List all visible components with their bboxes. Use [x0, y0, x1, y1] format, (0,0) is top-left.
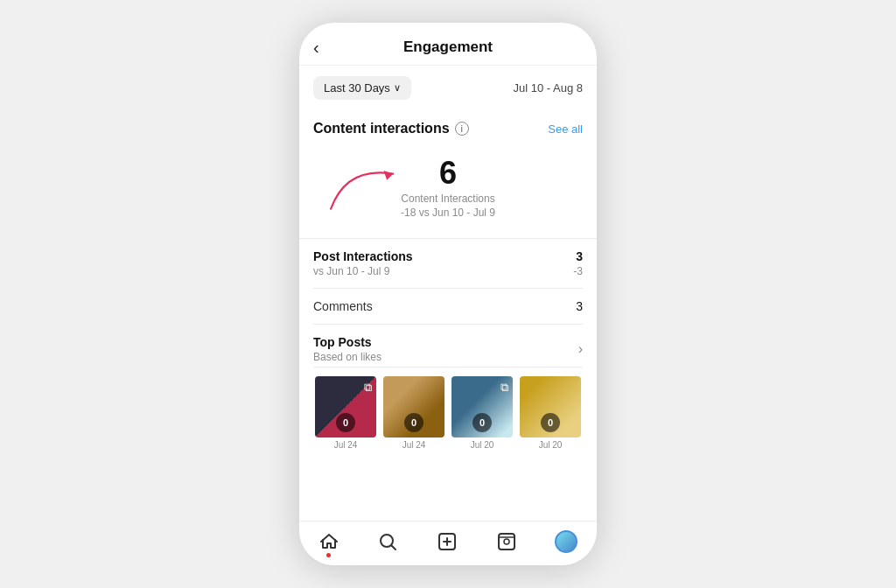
content-interactions-header: Content interactions i See all: [299, 108, 597, 142]
add-icon: [437, 531, 458, 552]
post-thumbnail: ⧉ 0: [452, 376, 513, 438]
post-date: Jul 24: [334, 440, 358, 450]
list-item[interactable]: 0 Jul 20: [518, 376, 583, 450]
nav-search[interactable]: [377, 531, 398, 552]
svg-point-7: [504, 539, 509, 544]
comments-row: Comments 3: [313, 289, 583, 325]
post-interactions-name: Post Interactions: [313, 249, 413, 263]
post-thumbnail: 0: [520, 376, 581, 438]
bottom-nav: [299, 521, 597, 565]
post-date: Jul 20: [471, 440, 494, 450]
likes-badge: 0: [404, 413, 424, 432]
post-interactions-change: -3: [573, 265, 583, 277]
search-icon: [377, 531, 398, 552]
list-item[interactable]: ⧉ 0 Jul 24: [313, 376, 378, 450]
top-posts-header[interactable]: Top Posts Based on likes ›: [313, 325, 583, 368]
likes-badge: 0: [336, 413, 355, 432]
top-posts-sub: Based on likes: [313, 351, 382, 363]
date-filter-label: Last 30 Days: [324, 81, 390, 94]
chevron-right-icon: ›: [578, 341, 583, 357]
arrow-annotation: [317, 150, 430, 220]
top-posts-section: Top Posts Based on likes ›: [299, 325, 597, 368]
profile-avatar: [555, 530, 578, 553]
comments-value: 3: [576, 299, 583, 313]
post-thumbnail: ⧉ 0: [315, 376, 376, 438]
post-interactions-sub: vs Jun 10 - Jul 9: [313, 265, 413, 277]
multi-icon: ⧉: [500, 381, 508, 395]
home-icon: [318, 531, 340, 552]
svg-line-2: [392, 546, 396, 550]
date-range: Jul 10 - Aug 8: [514, 81, 584, 94]
nav-reels[interactable]: [496, 531, 517, 552]
comments-name: Comments: [313, 299, 373, 313]
post-interactions-row: Post Interactions vs Jun 10 - Jul 9 3 -3: [313, 239, 583, 289]
thumbnails-row: ⧉ 0 Jul 24 0 Jul 24 ⧉ 0 Jul 20 0 Jul 20: [299, 368, 597, 453]
list-item[interactable]: ⧉ 0 Jul 20: [450, 376, 514, 450]
section-title-row: Content interactions i: [313, 121, 469, 136]
nav-profile[interactable]: [555, 530, 578, 553]
page-title: Engagement: [403, 38, 493, 56]
svg-rect-6: [499, 534, 514, 550]
likes-badge: 0: [472, 413, 492, 432]
metrics-list: Post Interactions vs Jun 10 - Jul 9 3 -3…: [299, 239, 597, 325]
post-date: Jul 20: [539, 440, 563, 450]
reels-icon: [496, 531, 517, 552]
chevron-down-icon: ∨: [394, 82, 401, 94]
post-date: Jul 24: [402, 440, 426, 450]
see-all-button[interactable]: See all: [548, 122, 583, 136]
phone-frame: ‹ Engagement Last 30 Days ∨ Jul 10 - Aug…: [299, 23, 597, 565]
info-icon[interactable]: i: [455, 122, 469, 136]
nav-home[interactable]: [318, 531, 340, 552]
date-row: Last 30 Days ∨ Jul 10 - Aug 8: [299, 66, 597, 108]
post-thumbnail: 0: [383, 376, 444, 438]
svg-marker-0: [384, 171, 394, 180]
date-filter-button[interactable]: Last 30 Days ∨: [313, 76, 411, 100]
stats-area: 6 Content Interactions -18 vs Jun 10 - J…: [299, 142, 597, 238]
back-button[interactable]: ‹: [313, 38, 319, 58]
post-interactions-value: 3: [573, 249, 583, 263]
multi-icon: ⧉: [364, 381, 372, 395]
list-item[interactable]: 0 Jul 24: [382, 376, 446, 450]
likes-badge: 0: [541, 413, 560, 432]
header: ‹ Engagement: [299, 23, 597, 66]
nav-add[interactable]: [437, 531, 458, 552]
top-posts-title: Top Posts: [313, 335, 382, 349]
home-dot: [326, 553, 331, 557]
section-title: Content interactions: [313, 121, 450, 136]
